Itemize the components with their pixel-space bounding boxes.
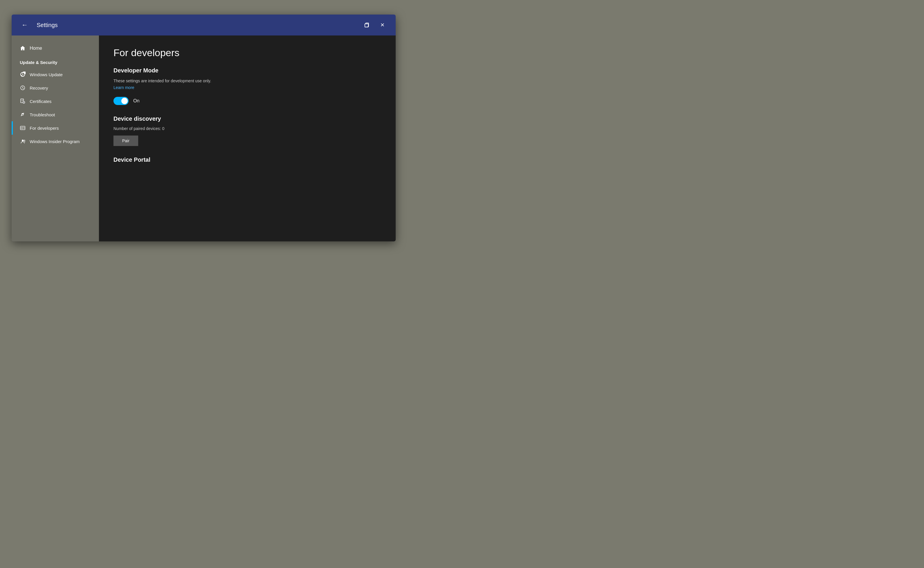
svg-point-5 bbox=[22, 140, 24, 141]
toggle-knob bbox=[121, 98, 128, 104]
window-controls: ✕ bbox=[359, 20, 389, 30]
sidebar-item-windows-update[interactable]: Windows Update bbox=[12, 68, 99, 81]
learn-more-link[interactable]: Learn more bbox=[113, 85, 135, 90]
sidebar-section-label: Update & Security bbox=[12, 55, 99, 68]
sidebar-item-home[interactable]: Home bbox=[12, 41, 99, 55]
svg-point-3 bbox=[23, 101, 25, 104]
developer-mode-toggle[interactable] bbox=[113, 97, 129, 105]
sidebar-item-windows-insider[interactable]: Windows Insider Program bbox=[12, 134, 99, 148]
pair-button[interactable]: Pair bbox=[113, 136, 138, 146]
settings-window: ← Settings ✕ Home Update & Security bbox=[12, 15, 396, 242]
insider-icon bbox=[20, 139, 26, 144]
main-content: For developers Developer Mode These sett… bbox=[99, 35, 396, 242]
paired-devices-text: Number of paired devices: 0 bbox=[113, 126, 381, 131]
developer-mode-toggle-row: On bbox=[113, 97, 381, 105]
titlebar: ← Settings ✕ bbox=[12, 15, 396, 35]
toggle-state-label: On bbox=[133, 98, 139, 104]
recovery-icon bbox=[20, 85, 26, 91]
sidebar-item-recovery[interactable]: Recovery bbox=[12, 81, 99, 95]
content-area: Home Update & Security Windows Update Re… bbox=[12, 35, 396, 242]
device-portal-title: Device Portal bbox=[113, 157, 381, 163]
developers-icon bbox=[20, 125, 26, 131]
sidebar-item-troubleshoot[interactable]: Troubleshoot bbox=[12, 108, 99, 121]
developer-mode-description: These settings are intended for developm… bbox=[113, 79, 381, 83]
page-title: For developers bbox=[113, 47, 381, 59]
troubleshoot-icon bbox=[20, 112, 26, 118]
device-discovery-title: Device discovery bbox=[113, 115, 381, 122]
sidebar-item-certificates[interactable]: Certificates bbox=[12, 95, 99, 108]
sidebar-item-for-developers[interactable]: For developers bbox=[12, 121, 99, 134]
close-button[interactable]: ✕ bbox=[376, 20, 389, 30]
back-button[interactable]: ← bbox=[19, 20, 31, 30]
svg-point-6 bbox=[24, 140, 25, 141]
certificates-icon bbox=[20, 98, 26, 104]
update-icon bbox=[20, 71, 26, 77]
home-icon bbox=[20, 45, 26, 51]
window-title: Settings bbox=[37, 22, 359, 29]
restore-button[interactable] bbox=[359, 20, 374, 30]
developer-mode-title: Developer Mode bbox=[113, 67, 381, 74]
sidebar: Home Update & Security Windows Update Re… bbox=[12, 35, 99, 242]
